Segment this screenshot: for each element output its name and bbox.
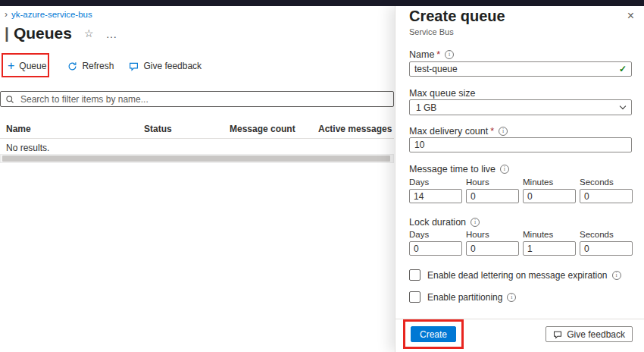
valid-check-icon: ✓ <box>619 64 627 74</box>
azure-top-bar <box>0 0 644 6</box>
breadcrumb: › yk-azure-service-bus <box>5 9 92 20</box>
required-mark: * <box>490 126 494 137</box>
more-options-icon[interactable]: … <box>105 27 117 40</box>
max-queue-size-value: 1 GB <box>416 102 436 113</box>
ttl-minutes-label: Minutes <box>523 178 576 187</box>
dead-letter-checkbox[interactable] <box>409 269 420 281</box>
create-queue-panel: Create queue × Service Bus Name * i ✓ Ma… <box>395 6 644 352</box>
partitioning-checkbox-row[interactable]: Enable partitioning i <box>409 291 516 303</box>
max-delivery-count-field-wrap <box>409 137 632 152</box>
lock-duration-label: Lock duration <box>409 217 466 228</box>
feedback-icon <box>129 61 139 71</box>
refresh-icon <box>67 61 77 71</box>
panel-title: Create queue <box>409 8 505 25</box>
lock-hours-label: Hours <box>466 230 519 239</box>
max-queue-size-label-row: Max queue size <box>409 88 476 99</box>
queues-list-page: › yk-azure-service-bus | Queues ☆ … + Qu… <box>0 6 395 352</box>
give-feedback-label: Give feedback <box>143 61 202 71</box>
lock-column-labels: Days Hours Minutes Seconds <box>409 230 633 239</box>
dead-letter-checkbox-row[interactable]: Enable dead lettering on message expirat… <box>409 269 621 281</box>
ttl-label: Message time to live <box>409 164 496 174</box>
lock-duration-label-row: Lock duration i <box>409 217 480 228</box>
feedback-icon <box>553 330 562 339</box>
panel-give-feedback-button[interactable]: Give feedback <box>546 326 633 342</box>
lock-minutes-label: Minutes <box>523 230 576 239</box>
info-icon[interactable]: i <box>612 271 621 280</box>
ttl-inputs-row <box>409 189 633 203</box>
max-queue-size-select[interactable]: 1 GB <box>409 99 632 115</box>
page-title-row: | Queues ☆ … <box>5 23 117 44</box>
column-header-status[interactable]: Status <box>144 124 172 134</box>
info-icon[interactable]: i <box>470 218 480 227</box>
favorite-star-icon[interactable]: ☆ <box>84 27 94 39</box>
column-header-message-count[interactable]: Message count <box>230 124 295 134</box>
info-icon[interactable]: i <box>507 293 516 302</box>
name-label: Name <box>409 49 434 60</box>
refresh-button[interactable]: Refresh <box>67 61 114 71</box>
dead-letter-checkbox-label: Enable dead lettering on message expirat… <box>427 270 608 281</box>
title-pipe: | <box>5 24 9 42</box>
breadcrumb-chevron-icon: › <box>5 9 8 20</box>
max-queue-size-label: Max queue size <box>409 88 476 99</box>
plus-icon: + <box>8 60 14 72</box>
add-queue-label: Queue <box>19 61 46 71</box>
breadcrumb-resource-link[interactable]: yk-azure-service-bus <box>11 10 92 19</box>
ttl-seconds-label: Seconds <box>580 178 633 187</box>
refresh-label: Refresh <box>82 61 114 71</box>
ttl-column-labels: Days Hours Minutes Seconds <box>409 178 633 187</box>
filter-search-box <box>0 91 394 107</box>
lock-seconds-input[interactable] <box>580 241 633 256</box>
search-input[interactable] <box>19 93 389 105</box>
panel-give-feedback-label: Give feedback <box>567 329 625 340</box>
required-mark: * <box>436 49 440 60</box>
lock-minutes-input[interactable] <box>523 241 576 256</box>
partitioning-checkbox-label: Enable partitioning <box>427 292 502 303</box>
panel-subtitle: Service Bus <box>409 27 454 36</box>
horizontal-scrollbar[interactable] <box>0 154 394 163</box>
partitioning-checkbox[interactable] <box>409 291 420 303</box>
info-icon[interactable]: i <box>499 127 508 136</box>
lock-days-label: Days <box>409 230 462 239</box>
info-icon[interactable]: i <box>500 165 509 174</box>
max-queue-size-field-wrap: 1 GB <box>409 99 632 115</box>
ttl-minutes-input[interactable] <box>523 189 576 203</box>
search-icon <box>5 95 14 104</box>
close-icon[interactable]: × <box>627 10 634 22</box>
no-results-text: No results. <box>6 143 49 153</box>
ttl-hours-input[interactable] <box>466 189 519 203</box>
info-icon[interactable]: i <box>445 50 454 59</box>
add-queue-button[interactable]: + Queue <box>8 60 46 72</box>
ttl-seconds-input[interactable] <box>580 189 633 203</box>
chevron-down-icon <box>620 102 626 108</box>
lock-inputs-row <box>409 241 633 256</box>
max-delivery-count-input[interactable] <box>409 137 632 152</box>
queues-table-header: Name Status Message count Active message… <box>0 118 394 139</box>
name-input[interactable] <box>409 61 632 77</box>
azure-portal-queues-page: { "icons": { "plus": "+", "star": "☆", "… <box>0 0 644 352</box>
lock-hours-input[interactable] <box>466 241 519 256</box>
ttl-days-label: Days <box>409 178 462 187</box>
scrollbar-thumb[interactable] <box>2 156 390 162</box>
name-label-row: Name * i <box>409 49 454 60</box>
ttl-label-row: Message time to live i <box>409 164 509 174</box>
column-header-active-messages[interactable]: Active messages <box>318 124 392 134</box>
max-delivery-count-label-row: Max delivery count * i <box>409 126 508 137</box>
command-bar: + Queue Refresh Give feedback <box>0 55 202 77</box>
give-feedback-button[interactable]: Give feedback <box>129 61 202 71</box>
create-button[interactable]: Create <box>411 326 456 342</box>
lock-seconds-label: Seconds <box>580 230 633 239</box>
lock-days-input[interactable] <box>409 241 462 256</box>
ttl-hours-label: Hours <box>466 178 519 187</box>
max-delivery-count-label: Max delivery count <box>409 126 488 137</box>
column-header-name[interactable]: Name <box>6 124 31 134</box>
ttl-days-input[interactable] <box>409 189 462 203</box>
page-title: Queues <box>14 24 72 42</box>
name-field-wrap: ✓ <box>409 61 632 77</box>
